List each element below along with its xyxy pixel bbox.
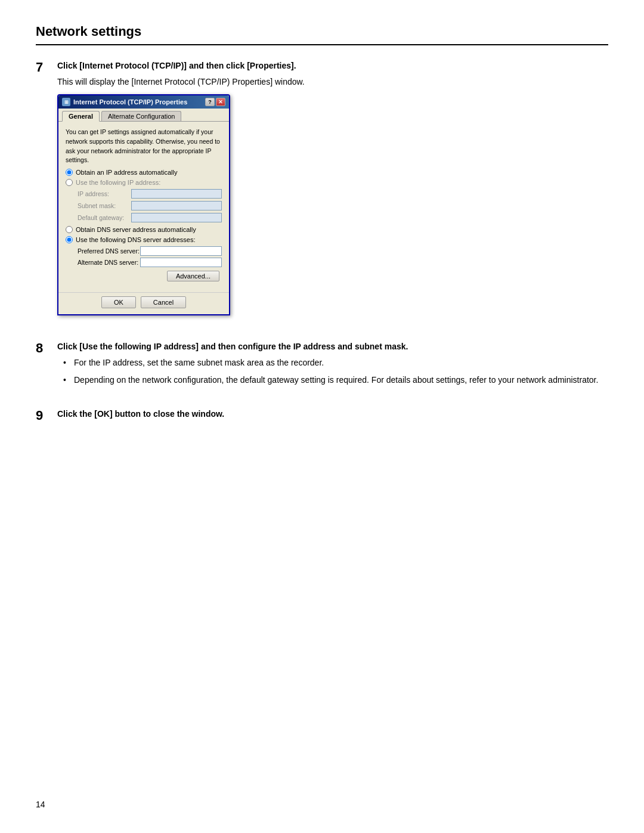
radio-obtain-ip-label: Obtain an IP address automatically [76,169,177,176]
close-button[interactable]: ✕ [216,98,225,106]
radio-obtain-dns[interactable] [66,226,73,233]
gateway-input [131,213,222,222]
step-7-description: This will display the [Internet Protocol… [57,76,608,88]
ip-address-label: IP address: [78,190,131,197]
radio-use-dns[interactable] [66,236,73,243]
ip-field-group: IP address: Subnet mask: Default gateway… [66,189,222,222]
dns-section: Obtain DNS server address automatically … [66,226,222,267]
alternate-dns-input[interactable] [140,258,222,267]
radio-obtain-dns-label: Obtain DNS server address automatically [76,226,196,233]
subnet-row: Subnet mask: [78,201,222,210]
dialog-titlebar-buttons: ? ✕ [205,98,225,106]
step-7-number: 7 [36,60,57,75]
help-button[interactable]: ? [205,98,215,106]
dns-field-group: Preferred DNS server: Alternate DNS serv… [66,246,222,267]
radio-use-dns-label: Use the following DNS server addresses: [76,236,196,243]
step-8-content: Click [Use the following IP address] and… [57,340,608,391]
step-7-content: Click [Internet Protocol (TCP/IP)] and t… [57,60,608,324]
preferred-dns-label: Preferred DNS server: [78,247,140,255]
dialog-titlebar: ⊞ Internet Protocol (TCP/IP) Properties … [58,95,229,109]
alternate-dns-label: Alternate DNS server: [78,259,140,266]
bullet-2: Depending on the network configuration, … [63,374,608,386]
gateway-row: Default gateway: [78,213,222,222]
step-7-instruction: Click [Internet Protocol (TCP/IP)] and t… [57,60,608,72]
page-number: 14 [36,800,45,809]
dialog-titlebar-left: ⊞ Internet Protocol (TCP/IP) Properties [62,98,187,106]
dialog-wrapper: ⊞ Internet Protocol (TCP/IP) Properties … [57,94,608,315]
gateway-label: Default gateway: [78,214,131,221]
radio-obtain-ip-row: Obtain an IP address automatically [66,169,222,176]
subnet-input [131,201,222,210]
preferred-dns-input[interactable] [140,246,222,256]
dialog-body: You can get IP settings assigned automat… [58,122,229,290]
radio-use-ip[interactable] [66,179,73,186]
bullet-1: For the IP address, set the same subnet … [63,357,608,369]
dialog-tabs: General Alternate Configuration [58,109,229,122]
step-8-number: 8 [36,340,57,356]
radio-obtain-dns-row: Obtain DNS server address automatically [66,226,222,233]
step-7: 7 Click [Internet Protocol (TCP/IP)] and… [36,60,608,324]
subnet-label: Subnet mask: [78,202,131,209]
ok-button[interactable]: OK [101,296,136,308]
step-9-content: Click the [OK] button to close the windo… [57,408,608,424]
dialog-footer: OK Cancel [58,292,229,314]
dialog-icon: ⊞ [62,98,70,106]
step-9-instruction: Click the [OK] button to close the windo… [57,408,608,420]
page-title: Network settings [36,24,608,45]
radio-obtain-ip[interactable] [66,169,73,176]
cancel-button[interactable]: Cancel [141,296,186,308]
step-8: 8 Click [Use the following IP address] a… [36,340,608,391]
radio-use-dns-row: Use the following DNS server addresses: [66,236,222,243]
advanced-button[interactable]: Advanced... [167,271,219,281]
step-8-instruction: Click [Use the following IP address] and… [57,340,608,353]
alternate-dns-row: Alternate DNS server: [78,258,222,267]
radio-use-ip-label: Use the following IP address: [76,179,160,186]
radio-use-ip-row: Use the following IP address: [66,179,222,186]
preferred-dns-row: Preferred DNS server: [78,246,222,256]
step-9-number: 9 [36,408,57,423]
tab-alternate[interactable]: Alternate Configuration [101,111,182,121]
ip-address-row: IP address: [78,189,222,199]
tab-general[interactable]: General [62,111,100,122]
step-9: 9 Click the [OK] button to close the win… [36,408,608,424]
dialog-title: Internet Protocol (TCP/IP) Properties [73,98,187,106]
advanced-btn-row: Advanced... [66,271,222,284]
step-8-bullets: For the IP address, set the same subnet … [57,357,608,386]
ip-address-input [131,189,222,199]
tcp-ip-dialog: ⊞ Internet Protocol (TCP/IP) Properties … [57,94,230,315]
dialog-description: You can get IP settings assigned automat… [66,128,222,165]
